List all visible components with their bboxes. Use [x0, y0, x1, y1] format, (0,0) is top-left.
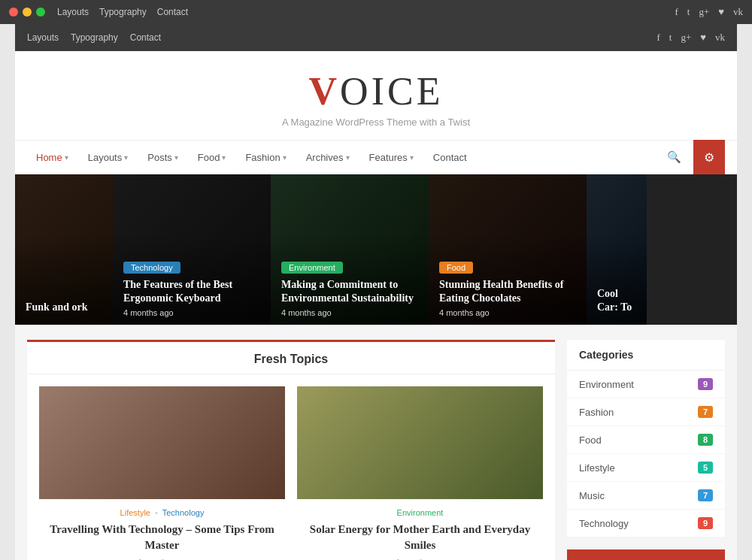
- nav-layouts-label: Layouts: [88, 152, 123, 163]
- instagram-icon[interactable]: ♥: [718, 6, 724, 18]
- gear-icon: ⚙: [704, 150, 714, 165]
- nav-item-fashion[interactable]: Fashion ▾: [236, 140, 295, 174]
- category-lifestyle[interactable]: Lifestyle 5: [567, 454, 725, 482]
- traffic-lights: [9, 8, 45, 17]
- top-vk-icon[interactable]: vk: [715, 32, 725, 44]
- nav-items: Home ▾ Layouts ▾ Posts ▾ Food ▾ Fashion …: [27, 140, 687, 174]
- category-fashion-label: Fashion: [579, 407, 614, 418]
- slide-3-content: Environment Making a Commitment to Envir…: [271, 253, 429, 325]
- articles-grid: Lifestyle • Technology Travelling With T…: [27, 386, 555, 560]
- nav-item-posts[interactable]: Posts ▾: [138, 140, 187, 174]
- nav-food-arrow: ▾: [222, 153, 226, 162]
- category-music[interactable]: Music 7: [567, 482, 725, 510]
- nav-home-arrow: ▾: [65, 153, 68, 162]
- nav-gear-button[interactable]: ⚙: [693, 140, 725, 174]
- nav-layouts-arrow: ▾: [124, 153, 128, 162]
- site-tagline: A Magazine WordPress Theme with a Twist: [15, 117, 737, 128]
- nav-fashion-arrow: ▾: [283, 153, 287, 162]
- slide-4-content: Food Stunning Health Benefits of Eating …: [429, 253, 587, 325]
- slide-3-badge: Environment: [281, 262, 343, 274]
- slide-2-badge: Technology: [123, 262, 180, 274]
- browser-social-icons: f t g+ ♥ vk: [675, 6, 743, 18]
- article-1-categories: Lifestyle • Technology: [39, 508, 285, 517]
- nav-fashion-label: Fashion: [245, 152, 280, 163]
- nav-item-archives[interactable]: Archives ▾: [297, 140, 359, 174]
- category-fashion[interactable]: Fashion 7: [567, 398, 725, 426]
- top-bar: Layouts Typography Contact f t g+ ♥ vk: [15, 24, 737, 51]
- browser-nav-layouts[interactable]: Layouts: [57, 7, 89, 17]
- top-bar-layouts[interactable]: Layouts: [27, 32, 59, 43]
- nav-features-arrow: ▾: [410, 153, 414, 162]
- nav-contact-label: Contact: [433, 152, 467, 163]
- top-twitter-icon[interactable]: t: [669, 32, 672, 44]
- slide-5-title: Cool Car: To: [597, 287, 636, 314]
- close-button[interactable]: [9, 8, 18, 17]
- nav-item-layouts[interactable]: Layouts ▾: [79, 140, 138, 174]
- top-gplus-icon[interactable]: g+: [681, 32, 691, 44]
- google-plus-icon[interactable]: g+: [699, 6, 709, 18]
- category-list: Environment 9 Fashion 7 Food 8 Lifestyle…: [567, 371, 725, 537]
- article-2-cat1[interactable]: Environment: [397, 508, 444, 517]
- slide-1-title: Funk and ork: [26, 301, 102, 314]
- slide-4-meta: 4 months ago: [439, 308, 576, 317]
- top-facebook-icon[interactable]: f: [656, 32, 660, 44]
- slide-2-content: Technology The Features of the Best Ergo…: [113, 253, 271, 325]
- facebook-icon[interactable]: f: [675, 6, 678, 18]
- slide-1[interactable]: Funk and ork: [15, 174, 113, 325]
- slide-2[interactable]: Technology The Features of the Best Ergo…: [113, 174, 271, 325]
- article-1-cat1[interactable]: Lifestyle: [120, 508, 150, 517]
- article-2-categories: Environment: [297, 508, 543, 517]
- nav-archives-arrow: ▾: [346, 153, 350, 162]
- sidebar: Categories Environment 9 Fashion 7 Food …: [567, 340, 725, 560]
- article-1-title[interactable]: Travelling With Technology – Some Tips F…: [39, 522, 285, 553]
- slide-3-title: Making a Commitment to Environmental Sus…: [281, 278, 418, 305]
- minimize-button[interactable]: [23, 8, 32, 17]
- site-wrapper: Layouts Typography Contact f t g+ ♥ vk V…: [15, 24, 737, 560]
- slide-4[interactable]: Food Stunning Health Benefits of Eating …: [429, 174, 587, 325]
- vk-icon[interactable]: vk: [733, 6, 743, 18]
- article-2-image[interactable]: [297, 386, 543, 499]
- voice-promo-widget[interactable]: VOICE A WordPress theme with a twist: [567, 549, 725, 560]
- nav-item-contact[interactable]: Contact: [424, 140, 476, 174]
- nav-item-food[interactable]: Food ▾: [189, 140, 235, 174]
- article-card-2: Environment Solar Energy for Mother Eart…: [297, 386, 543, 560]
- slide-2-title: The Features of the Best Ergonomic Keybo…: [123, 278, 260, 305]
- nav-search-button[interactable]: 🔍: [661, 150, 687, 164]
- article-1-cat2[interactable]: Technology: [162, 508, 205, 517]
- top-bar-typography[interactable]: Typography: [71, 32, 118, 43]
- browser-chrome: Layouts Typography Contact f t g+ ♥ vk: [0, 0, 752, 24]
- maximize-button[interactable]: [36, 8, 45, 17]
- categories-widget: Categories Environment 9 Fashion 7 Food …: [567, 340, 725, 537]
- category-technology[interactable]: Technology 9: [567, 510, 725, 537]
- browser-nav-contact[interactable]: Contact: [157, 7, 188, 17]
- slide-3[interactable]: Environment Making a Commitment to Envir…: [271, 174, 429, 325]
- site-header: VOICE A Magazine WordPress Theme with a …: [15, 51, 737, 140]
- nav-posts-label: Posts: [147, 152, 172, 163]
- top-bar-contact[interactable]: Contact: [130, 32, 161, 43]
- browser-top-nav: Layouts Typography Contact: [57, 7, 675, 17]
- slide-3-meta: 4 months ago: [281, 308, 418, 317]
- slide-5-content: Cool Car: To: [587, 280, 647, 325]
- category-technology-count: 9: [698, 517, 713, 529]
- main-nav: Home ▾ Layouts ▾ Posts ▾ Food ▾ Fashion …: [15, 140, 737, 174]
- category-environment[interactable]: Environment 9: [567, 371, 725, 398]
- logo-rest: OICE: [340, 70, 443, 113]
- nav-features-label: Features: [369, 152, 408, 163]
- slide-4-title: Stunning Health Benefits of Eating Choco…: [439, 278, 576, 305]
- categories-title: Categories: [567, 340, 725, 371]
- twitter-icon[interactable]: t: [687, 6, 690, 18]
- nav-item-features[interactable]: Features ▾: [360, 140, 423, 174]
- logo-v: V: [309, 70, 341, 113]
- nav-item-home[interactable]: Home ▾: [27, 140, 77, 174]
- slide-5[interactable]: Cool Car: To: [587, 174, 647, 325]
- category-music-label: Music: [579, 490, 605, 501]
- article-card-1: Lifestyle • Technology Travelling With T…: [39, 386, 285, 560]
- article-2-title[interactable]: Solar Energy for Mother Earth and Everyd…: [297, 522, 543, 553]
- category-lifestyle-label: Lifestyle: [579, 462, 615, 474]
- site-logo[interactable]: VOICE: [15, 69, 737, 114]
- browser-nav-typography[interactable]: Typography: [99, 7, 147, 17]
- top-instagram-icon[interactable]: ♥: [700, 32, 706, 44]
- category-food-count: 8: [698, 434, 713, 446]
- article-1-image[interactable]: [39, 386, 285, 499]
- category-food[interactable]: Food 8: [567, 426, 725, 454]
